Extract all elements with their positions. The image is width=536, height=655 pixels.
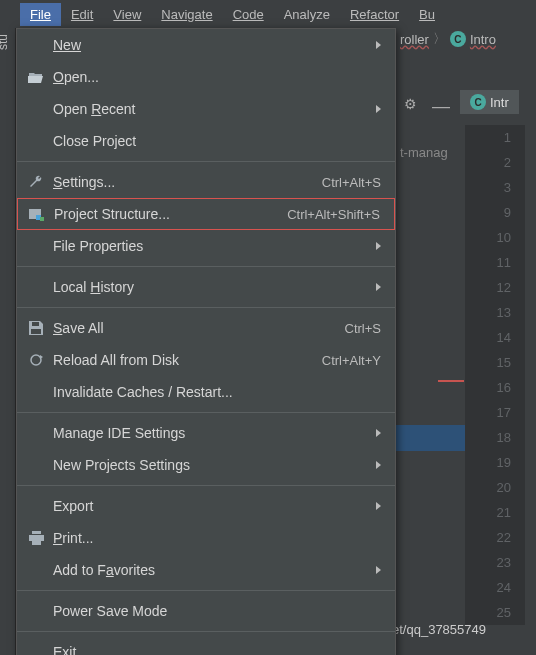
separator xyxy=(17,631,395,632)
menu-label: File Properties xyxy=(53,238,368,254)
line-number: 13 xyxy=(465,300,511,325)
line-number: 21 xyxy=(465,500,511,525)
menu-view-label: View xyxy=(113,7,141,22)
menu-item-new-projects-settings[interactable]: New Projects Settings xyxy=(17,449,395,481)
line-number: 10 xyxy=(465,225,511,250)
background-text: t-manag xyxy=(400,145,448,160)
editor-tab[interactable]: C Intr xyxy=(460,90,519,114)
menu-code-label: Code xyxy=(233,7,264,22)
menu-label: New xyxy=(53,37,368,53)
class-icon: C xyxy=(470,94,486,110)
menu-navigate[interactable]: Navigate xyxy=(151,3,222,26)
menu-item-invalidate[interactable]: Invalidate Caches / Restart... xyxy=(17,376,395,408)
line-number: 11 xyxy=(465,250,511,275)
menu-code[interactable]: Code xyxy=(223,3,274,26)
menu-refactor[interactable]: Refactor xyxy=(340,3,409,26)
error-stripe-icon xyxy=(438,380,464,382)
line-number: 3 xyxy=(465,175,511,200)
menu-analyze[interactable]: Analyze xyxy=(274,3,340,26)
print-icon xyxy=(25,530,47,546)
blank-icon xyxy=(25,279,47,295)
line-number: 2 xyxy=(465,150,511,175)
separator xyxy=(17,161,395,162)
menu-item-power-save[interactable]: Power Save Mode xyxy=(17,595,395,627)
submenu-arrow-icon xyxy=(376,242,381,250)
separator xyxy=(17,266,395,267)
menu-item-open[interactable]: Open... xyxy=(17,61,395,93)
menubar: File Edit View Navigate Code Analyze Ref… xyxy=(0,0,536,28)
gear-icon[interactable]: ⚙ xyxy=(404,96,417,112)
line-number: 20 xyxy=(465,475,511,500)
menu-edit-label: Edit xyxy=(71,7,93,22)
line-number: 23 xyxy=(465,550,511,575)
menu-file[interactable]: File xyxy=(20,3,61,26)
line-number: 22 xyxy=(465,525,511,550)
menu-item-close-project[interactable]: Close Project xyxy=(17,125,395,157)
minimize-icon[interactable]: — xyxy=(432,96,450,117)
blank-icon xyxy=(25,37,47,53)
menu-item-project-structure[interactable]: Project Structure... Ctrl+Alt+Shift+S xyxy=(17,198,395,230)
shortcut: Ctrl+Alt+Shift+S xyxy=(287,207,380,222)
wrench-icon xyxy=(25,174,47,190)
tab-label: Intr xyxy=(490,95,509,110)
line-number: 9 xyxy=(465,200,511,225)
submenu-arrow-icon xyxy=(376,461,381,469)
menu-item-add-favorites[interactable]: Add to Favorites xyxy=(17,554,395,586)
menu-item-open-recent[interactable]: Open Recent xyxy=(17,93,395,125)
line-number: 12 xyxy=(465,275,511,300)
shortcut: Ctrl+S xyxy=(345,321,381,336)
menu-label: Project Structure... xyxy=(54,206,287,222)
svg-rect-3 xyxy=(32,322,39,326)
menu-item-settings[interactable]: Settings... Ctrl+Alt+S xyxy=(17,166,395,198)
line-number: 15 xyxy=(465,350,511,375)
save-icon xyxy=(25,320,47,336)
breadcrumb-item[interactable]: Intro xyxy=(470,32,496,47)
blank-icon xyxy=(25,384,47,400)
project-structure-icon xyxy=(26,206,48,222)
chevron-right-icon: 〉 xyxy=(433,30,446,48)
menu-label: Print... xyxy=(53,530,381,546)
menu-edit[interactable]: Edit xyxy=(61,3,103,26)
separator xyxy=(17,590,395,591)
breadcrumb-item[interactable]: roller xyxy=(400,32,429,47)
menu-item-new[interactable]: New xyxy=(17,29,395,61)
line-number: 17 xyxy=(465,400,511,425)
blank-icon xyxy=(25,498,47,514)
blank-icon xyxy=(25,425,47,441)
editor-tabs: C Intr xyxy=(460,90,519,114)
menu-label: Power Save Mode xyxy=(53,603,381,619)
menu-label: Save All xyxy=(53,320,345,336)
menu-item-print[interactable]: Print... xyxy=(17,522,395,554)
menu-label: Open Recent xyxy=(53,101,368,117)
file-menu-dropdown: New Open... Open Recent Close Project Se… xyxy=(16,28,396,655)
menu-item-save-all[interactable]: Save All Ctrl+S xyxy=(17,312,395,344)
menu-build-label: Bu xyxy=(419,7,435,22)
submenu-arrow-icon xyxy=(376,429,381,437)
menu-item-exit[interactable]: Exit xyxy=(17,636,395,655)
menu-item-export[interactable]: Export xyxy=(17,490,395,522)
separator xyxy=(17,412,395,413)
menu-label: Add to Favorites xyxy=(53,562,368,578)
menu-view[interactable]: View xyxy=(103,3,151,26)
menu-label: New Projects Settings xyxy=(53,457,368,473)
folder-open-icon xyxy=(25,69,47,85)
menu-item-manage-ide[interactable]: Manage IDE Settings xyxy=(17,417,395,449)
line-number: 18 xyxy=(465,425,511,450)
line-number: 16 xyxy=(465,375,511,400)
line-number: 1 xyxy=(465,125,511,150)
menu-item-reload[interactable]: Reload All from Disk Ctrl+Alt+Y xyxy=(17,344,395,376)
menu-build[interactable]: Bu xyxy=(409,3,445,26)
menu-label: Export xyxy=(53,498,368,514)
blank-icon xyxy=(25,562,47,578)
left-strip-label[interactable]: stu xyxy=(0,34,10,50)
shortcut: Ctrl+Alt+S xyxy=(322,175,381,190)
menu-label: Invalidate Caches / Restart... xyxy=(53,384,381,400)
menu-item-file-properties[interactable]: File Properties xyxy=(17,230,395,262)
menu-item-local-history[interactable]: Local History xyxy=(17,271,395,303)
submenu-arrow-icon xyxy=(376,502,381,510)
menu-label: Open... xyxy=(53,69,381,85)
menu-label: Settings... xyxy=(53,174,322,190)
left-tool-strip xyxy=(0,28,16,655)
menu-label: Local History xyxy=(53,279,368,295)
menu-refactor-label: Refactor xyxy=(350,7,399,22)
